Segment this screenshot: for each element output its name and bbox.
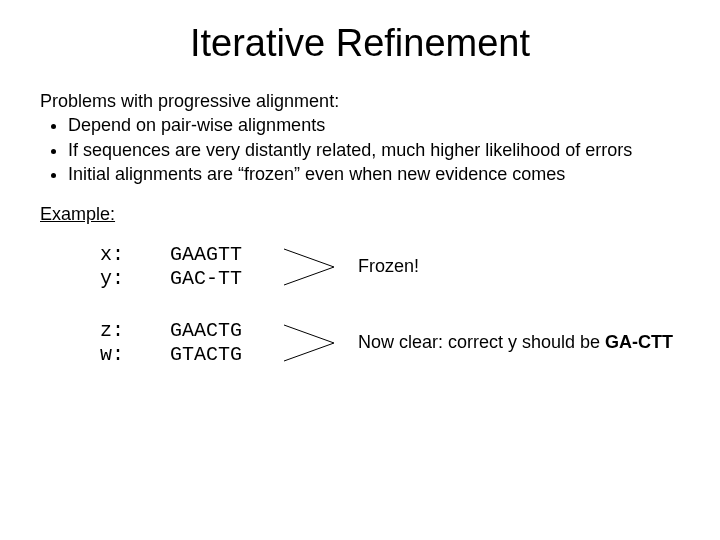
seq-z: GAACTG (170, 319, 280, 343)
seq-w: GTACTG (170, 343, 280, 367)
seq-label-x: x: (100, 243, 170, 267)
bullet-item: Depend on pair-wise alignments (68, 114, 680, 137)
angle-bracket-icon (280, 245, 340, 289)
caption-correct-sequence: GA-CTT (605, 332, 673, 352)
caption-text: Now clear: correct y should be (358, 332, 605, 352)
sequence-labels: z: w: (100, 319, 170, 367)
problems-list: Depend on pair-wise alignments If sequen… (40, 114, 680, 186)
bullet-item: If sequences are very distantly related,… (68, 139, 680, 162)
seq-label-w: w: (100, 343, 170, 367)
example-heading: Example: (40, 204, 680, 225)
seq-label-z: z: (100, 319, 170, 343)
angle-bracket-icon (280, 321, 340, 365)
row-caption: Frozen! (358, 256, 419, 277)
sequence-values: GAAGTT GAC-TT (170, 243, 280, 291)
slide-title: Iterative Refinement (40, 22, 680, 65)
bullet-item: Initial alignments are “frozen” even whe… (68, 163, 680, 186)
alignment-row: z: w: GAACTG GTACTG Now clear: correct y… (40, 319, 680, 367)
row-caption: Now clear: correct y should be GA-CTT (358, 332, 673, 353)
alignment-row: x: y: GAAGTT GAC-TT Frozen! (40, 243, 680, 291)
caption-text: Frozen! (358, 256, 419, 276)
seq-x: GAAGTT (170, 243, 280, 267)
intro-text: Problems with progressive alignment: (40, 91, 680, 112)
sequence-values: GAACTG GTACTG (170, 319, 280, 367)
seq-label-y: y: (100, 267, 170, 291)
seq-y: GAC-TT (170, 267, 280, 291)
sequence-labels: x: y: (100, 243, 170, 291)
